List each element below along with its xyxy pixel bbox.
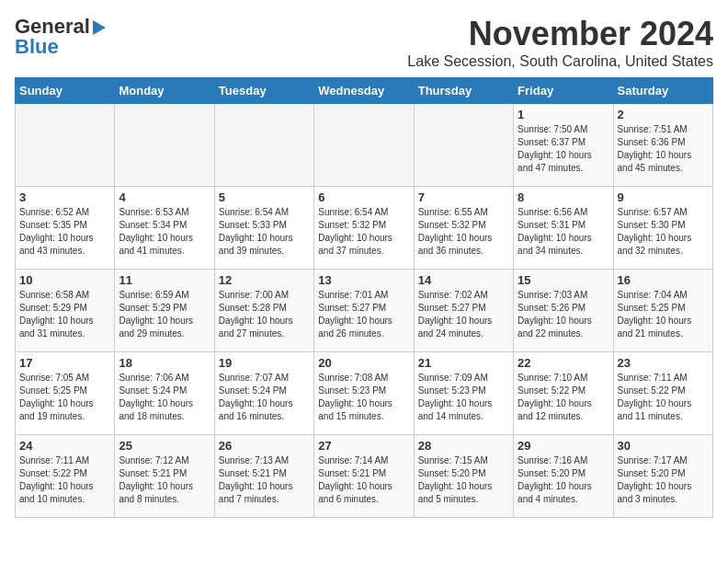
day-number: 26 bbox=[219, 439, 310, 453]
calendar-cell: 22Sunrise: 7:10 AMSunset: 5:22 PMDayligh… bbox=[514, 352, 613, 435]
day-number: 16 bbox=[618, 273, 709, 287]
calendar-header-friday: Friday bbox=[514, 78, 613, 104]
calendar-cell: 4Sunrise: 6:53 AMSunset: 5:34 PMDaylight… bbox=[115, 187, 214, 270]
day-info: Sunrise: 7:10 AMSunset: 5:22 PMDaylight:… bbox=[518, 372, 609, 423]
day-number: 2 bbox=[618, 108, 709, 121]
day-info: Sunrise: 7:11 AMSunset: 5:22 PMDaylight:… bbox=[618, 372, 709, 423]
calendar-cell: 28Sunrise: 7:15 AMSunset: 5:20 PMDayligh… bbox=[414, 435, 513, 518]
day-number: 29 bbox=[518, 439, 609, 453]
day-info: Sunrise: 6:54 AMSunset: 5:32 PMDaylight:… bbox=[318, 206, 409, 258]
calendar-table: SundayMondayTuesdayWednesdayThursdayFrid… bbox=[15, 77, 713, 518]
title-area: November 2024 Lake Secession, South Caro… bbox=[407, 15, 713, 70]
day-number: 13 bbox=[318, 273, 409, 287]
calendar-cell: 12Sunrise: 7:00 AMSunset: 5:28 PMDayligh… bbox=[214, 270, 313, 352]
calendar-cell: 9Sunrise: 6:57 AMSunset: 5:30 PMDaylight… bbox=[613, 187, 712, 270]
day-number: 24 bbox=[19, 439, 110, 453]
calendar-cell: 13Sunrise: 7:01 AMSunset: 5:27 PMDayligh… bbox=[314, 270, 414, 352]
day-number: 28 bbox=[418, 439, 509, 453]
day-info: Sunrise: 6:53 AMSunset: 5:34 PMDaylight:… bbox=[119, 206, 210, 258]
calendar-cell: 26Sunrise: 7:13 AMSunset: 5:21 PMDayligh… bbox=[214, 435, 313, 518]
day-number: 15 bbox=[518, 273, 609, 287]
calendar-cell bbox=[314, 104, 414, 187]
day-info: Sunrise: 7:07 AMSunset: 5:24 PMDaylight:… bbox=[219, 372, 310, 423]
calendar-cell: 18Sunrise: 7:06 AMSunset: 5:24 PMDayligh… bbox=[115, 352, 214, 435]
day-number: 3 bbox=[19, 190, 110, 204]
calendar-week-row: 24Sunrise: 7:11 AMSunset: 5:22 PMDayligh… bbox=[16, 435, 713, 518]
day-info: Sunrise: 6:57 AMSunset: 5:30 PMDaylight:… bbox=[618, 206, 709, 258]
location-subtitle: Lake Secession, South Carolina, United S… bbox=[407, 53, 713, 70]
day-number: 30 bbox=[618, 439, 709, 453]
month-title: November 2024 bbox=[407, 15, 713, 53]
day-info: Sunrise: 6:52 AMSunset: 5:35 PMDaylight:… bbox=[19, 206, 110, 258]
calendar-cell: 6Sunrise: 6:54 AMSunset: 5:32 PMDaylight… bbox=[314, 187, 414, 270]
day-number: 5 bbox=[219, 190, 310, 204]
calendar-cell: 11Sunrise: 6:59 AMSunset: 5:29 PMDayligh… bbox=[115, 270, 214, 352]
day-info: Sunrise: 7:50 AMSunset: 6:37 PMDaylight:… bbox=[518, 123, 609, 175]
calendar-header-saturday: Saturday bbox=[613, 78, 712, 104]
calendar-header-monday: Monday bbox=[115, 78, 214, 104]
day-number: 17 bbox=[19, 356, 110, 370]
day-info: Sunrise: 6:58 AMSunset: 5:29 PMDaylight:… bbox=[19, 289, 110, 340]
calendar-cell: 24Sunrise: 7:11 AMSunset: 5:22 PMDayligh… bbox=[16, 435, 115, 518]
calendar-cell: 27Sunrise: 7:14 AMSunset: 5:21 PMDayligh… bbox=[314, 435, 414, 518]
day-info: Sunrise: 7:12 AMSunset: 5:21 PMDaylight:… bbox=[119, 454, 210, 506]
calendar-cell bbox=[16, 104, 115, 187]
day-number: 1 bbox=[518, 108, 609, 121]
calendar-week-row: 1Sunrise: 7:50 AMSunset: 6:37 PMDaylight… bbox=[16, 104, 713, 187]
calendar-week-row: 10Sunrise: 6:58 AMSunset: 5:29 PMDayligh… bbox=[16, 270, 713, 352]
day-number: 21 bbox=[418, 356, 509, 370]
day-info: Sunrise: 7:09 AMSunset: 5:23 PMDaylight:… bbox=[418, 372, 509, 423]
calendar-week-row: 3Sunrise: 6:52 AMSunset: 5:35 PMDaylight… bbox=[16, 187, 713, 270]
calendar-cell: 21Sunrise: 7:09 AMSunset: 5:23 PMDayligh… bbox=[414, 352, 513, 435]
calendar-cell: 19Sunrise: 7:07 AMSunset: 5:24 PMDayligh… bbox=[214, 352, 313, 435]
day-number: 23 bbox=[618, 356, 709, 370]
day-info: Sunrise: 7:11 AMSunset: 5:22 PMDaylight:… bbox=[19, 454, 110, 506]
logo: General Blue bbox=[15, 15, 106, 59]
day-info: Sunrise: 6:59 AMSunset: 5:29 PMDaylight:… bbox=[119, 289, 210, 340]
calendar-cell bbox=[414, 104, 513, 187]
day-info: Sunrise: 7:08 AMSunset: 5:23 PMDaylight:… bbox=[318, 372, 409, 423]
day-number: 4 bbox=[119, 190, 210, 204]
calendar-cell: 25Sunrise: 7:12 AMSunset: 5:21 PMDayligh… bbox=[115, 435, 214, 518]
calendar-cell bbox=[115, 104, 214, 187]
day-number: 6 bbox=[318, 190, 409, 204]
calendar-cell: 5Sunrise: 6:54 AMSunset: 5:33 PMDaylight… bbox=[214, 187, 313, 270]
day-info: Sunrise: 7:03 AMSunset: 5:26 PMDaylight:… bbox=[518, 289, 609, 340]
day-info: Sunrise: 7:06 AMSunset: 5:24 PMDaylight:… bbox=[119, 372, 210, 423]
calendar-cell: 3Sunrise: 6:52 AMSunset: 5:35 PMDaylight… bbox=[16, 187, 115, 270]
calendar-header-tuesday: Tuesday bbox=[214, 78, 313, 104]
day-info: Sunrise: 7:02 AMSunset: 5:27 PMDaylight:… bbox=[418, 289, 509, 340]
day-number: 12 bbox=[219, 273, 310, 287]
calendar-cell: 15Sunrise: 7:03 AMSunset: 5:26 PMDayligh… bbox=[514, 270, 613, 352]
calendar-cell: 29Sunrise: 7:16 AMSunset: 5:20 PMDayligh… bbox=[514, 435, 613, 518]
day-number: 14 bbox=[418, 273, 509, 287]
day-info: Sunrise: 7:17 AMSunset: 5:20 PMDaylight:… bbox=[618, 454, 709, 506]
day-number: 7 bbox=[418, 190, 509, 204]
day-info: Sunrise: 7:05 AMSunset: 5:25 PMDaylight:… bbox=[19, 372, 110, 423]
calendar-cell: 23Sunrise: 7:11 AMSunset: 5:22 PMDayligh… bbox=[613, 352, 712, 435]
day-info: Sunrise: 7:01 AMSunset: 5:27 PMDaylight:… bbox=[318, 289, 409, 340]
calendar-cell bbox=[214, 104, 313, 187]
calendar-cell: 1Sunrise: 7:50 AMSunset: 6:37 PMDaylight… bbox=[514, 104, 613, 187]
calendar-header-sunday: Sunday bbox=[16, 78, 115, 104]
logo-text-blue: Blue bbox=[15, 35, 59, 59]
day-info: Sunrise: 7:14 AMSunset: 5:21 PMDaylight:… bbox=[318, 454, 409, 506]
calendar-cell: 2Sunrise: 7:51 AMSunset: 6:36 PMDaylight… bbox=[613, 104, 712, 187]
calendar-cell: 30Sunrise: 7:17 AMSunset: 5:20 PMDayligh… bbox=[613, 435, 712, 518]
day-number: 9 bbox=[618, 190, 709, 204]
day-number: 19 bbox=[219, 356, 310, 370]
day-info: Sunrise: 7:16 AMSunset: 5:20 PMDaylight:… bbox=[518, 454, 609, 506]
calendar-header-wednesday: Wednesday bbox=[314, 78, 414, 104]
day-info: Sunrise: 7:51 AMSunset: 6:36 PMDaylight:… bbox=[618, 123, 709, 175]
calendar-cell: 14Sunrise: 7:02 AMSunset: 5:27 PMDayligh… bbox=[414, 270, 513, 352]
calendar-cell: 10Sunrise: 6:58 AMSunset: 5:29 PMDayligh… bbox=[16, 270, 115, 352]
day-number: 18 bbox=[119, 356, 210, 370]
day-info: Sunrise: 6:54 AMSunset: 5:33 PMDaylight:… bbox=[219, 206, 310, 258]
calendar-cell: 7Sunrise: 6:55 AMSunset: 5:32 PMDaylight… bbox=[414, 187, 513, 270]
day-info: Sunrise: 7:13 AMSunset: 5:21 PMDaylight:… bbox=[219, 454, 310, 506]
day-number: 22 bbox=[518, 356, 609, 370]
day-number: 27 bbox=[318, 439, 409, 453]
calendar-cell: 16Sunrise: 7:04 AMSunset: 5:25 PMDayligh… bbox=[613, 270, 712, 352]
day-info: Sunrise: 7:00 AMSunset: 5:28 PMDaylight:… bbox=[219, 289, 310, 340]
page-header: General Blue November 2024 Lake Secessio… bbox=[15, 15, 713, 70]
